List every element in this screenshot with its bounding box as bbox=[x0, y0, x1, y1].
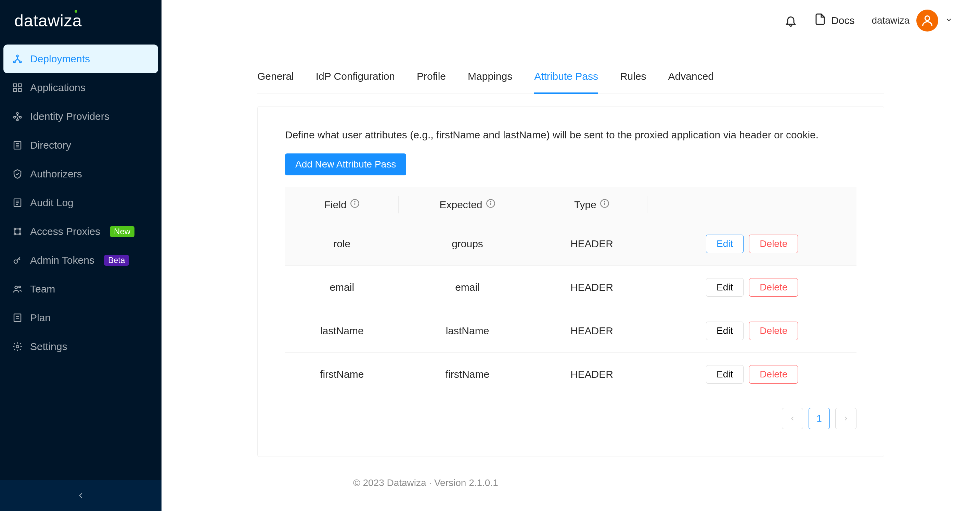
pagination: 1 bbox=[285, 408, 856, 429]
delete-button[interactable]: Delete bbox=[749, 235, 798, 253]
edit-button[interactable]: Edit bbox=[706, 235, 743, 253]
sidebar-item-deployments[interactable]: Deployments bbox=[3, 45, 158, 73]
notifications-button[interactable] bbox=[784, 14, 797, 27]
cell-type: HEADER bbox=[536, 353, 648, 396]
content: General IdP Configuration Profile Mappin… bbox=[162, 41, 980, 511]
sidebar-item-label: Settings bbox=[30, 341, 67, 353]
sidebar-item-directory[interactable]: Directory bbox=[3, 131, 158, 160]
svg-point-10 bbox=[19, 117, 21, 118]
applications-icon bbox=[12, 83, 22, 93]
sidebar-item-access-proxies[interactable]: Access Proxies New bbox=[3, 217, 158, 246]
tab-mappings[interactable]: Mappings bbox=[468, 60, 512, 94]
column-type: Type bbox=[536, 187, 648, 222]
sidebar-item-audit-log[interactable]: Audit Log bbox=[3, 188, 158, 217]
sidebar-menu: Deployments Applications Identity Provid… bbox=[0, 41, 162, 480]
sidebar-item-admin-tokens[interactable]: Admin Tokens Beta bbox=[3, 246, 158, 275]
svg-point-23 bbox=[19, 233, 21, 235]
card-description: Define what user attributes (e.g., first… bbox=[285, 127, 856, 142]
info-icon[interactable] bbox=[350, 199, 360, 211]
info-icon[interactable] bbox=[600, 199, 609, 211]
sidebar-item-label: Applications bbox=[30, 82, 86, 94]
delete-button[interactable]: Delete bbox=[749, 278, 798, 297]
chevron-right-icon bbox=[842, 415, 849, 422]
sidebar: datawiza Deployments Applications bbox=[0, 0, 162, 511]
brand-name: datawiza bbox=[14, 11, 82, 30]
avatar bbox=[916, 10, 938, 32]
access-proxies-icon bbox=[12, 227, 22, 237]
docs-link[interactable]: Docs bbox=[814, 13, 854, 28]
table-row: email email HEADER Edit Delete bbox=[285, 266, 856, 309]
team-icon bbox=[12, 284, 22, 294]
svg-point-26 bbox=[19, 286, 21, 288]
brand-logo: datawiza bbox=[0, 0, 162, 41]
svg-point-2 bbox=[14, 61, 15, 63]
tab-general[interactable]: General bbox=[257, 60, 294, 94]
cell-expected: email bbox=[399, 266, 536, 309]
chevron-down-icon bbox=[945, 15, 953, 26]
tab-attribute-pass[interactable]: Attribute Pass bbox=[534, 60, 598, 94]
sidebar-collapse-button[interactable] bbox=[0, 480, 162, 511]
tabs: General IdP Configuration Profile Mappin… bbox=[257, 60, 884, 94]
pagination-page-1[interactable]: 1 bbox=[808, 408, 830, 429]
svg-rect-7 bbox=[19, 89, 22, 92]
admin-tokens-icon bbox=[12, 255, 22, 265]
chevron-left-icon bbox=[789, 415, 796, 422]
svg-point-40 bbox=[604, 201, 605, 202]
sidebar-item-label: Access Proxies bbox=[30, 226, 100, 237]
pagination-next[interactable] bbox=[835, 408, 856, 429]
svg-rect-5 bbox=[19, 84, 22, 87]
sidebar-item-label: Team bbox=[30, 283, 55, 295]
sidebar-item-label: Admin Tokens bbox=[30, 254, 94, 266]
main-area: Docs datawiza General IdP Configuration … bbox=[162, 0, 980, 511]
add-attribute-pass-button[interactable]: Add New Attribute Pass bbox=[285, 153, 406, 176]
username-label: datawiza bbox=[872, 15, 910, 26]
authorizers-icon bbox=[12, 169, 22, 179]
info-icon[interactable] bbox=[486, 199, 495, 211]
tab-rules[interactable]: Rules bbox=[620, 60, 646, 94]
tab-advanced[interactable]: Advanced bbox=[668, 60, 714, 94]
cell-field: role bbox=[285, 222, 399, 266]
sidebar-item-label: Plan bbox=[30, 312, 51, 324]
sidebar-item-label: Audit Log bbox=[30, 197, 73, 209]
sidebar-item-label: Authorizers bbox=[30, 168, 82, 180]
deployment-icon bbox=[12, 54, 22, 64]
svg-point-8 bbox=[17, 113, 19, 114]
svg-point-31 bbox=[925, 16, 929, 20]
bell-icon bbox=[784, 14, 797, 27]
svg-point-3 bbox=[19, 61, 21, 63]
delete-button[interactable]: Delete bbox=[749, 322, 798, 340]
svg-point-11 bbox=[17, 119, 19, 121]
attribute-pass-table: Field Expected bbox=[285, 187, 856, 396]
sidebar-item-applications[interactable]: Applications bbox=[3, 73, 158, 102]
sidebar-item-plan[interactable]: Plan bbox=[3, 303, 158, 332]
beta-badge: Beta bbox=[104, 255, 129, 266]
tab-idp-configuration[interactable]: IdP Configuration bbox=[316, 60, 395, 94]
column-expected: Expected bbox=[399, 187, 536, 222]
identity-providers-icon bbox=[12, 111, 22, 121]
svg-point-34 bbox=[355, 201, 355, 202]
edit-button[interactable]: Edit bbox=[706, 322, 743, 340]
svg-rect-6 bbox=[14, 89, 17, 92]
pagination-prev[interactable] bbox=[782, 408, 803, 429]
sidebar-item-team[interactable]: Team bbox=[3, 275, 158, 303]
chevron-left-icon bbox=[76, 491, 85, 500]
cell-field: email bbox=[285, 266, 399, 309]
cell-type: HEADER bbox=[536, 309, 648, 353]
docs-icon bbox=[814, 13, 826, 28]
cell-expected: lastName bbox=[399, 309, 536, 353]
sidebar-item-label: Identity Providers bbox=[30, 111, 110, 122]
edit-button[interactable]: Edit bbox=[706, 278, 743, 297]
plan-icon bbox=[12, 313, 22, 323]
svg-point-20 bbox=[14, 228, 16, 230]
user-menu[interactable]: datawiza bbox=[872, 10, 953, 32]
tab-profile[interactable]: Profile bbox=[417, 60, 446, 94]
sidebar-item-label: Directory bbox=[30, 139, 71, 151]
table-row: lastName lastName HEADER Edit Delete bbox=[285, 309, 856, 353]
header: Docs datawiza bbox=[162, 0, 980, 41]
audit-log-icon bbox=[12, 198, 22, 208]
edit-button[interactable]: Edit bbox=[706, 365, 743, 383]
sidebar-item-identity-providers[interactable]: Identity Providers bbox=[3, 102, 158, 131]
sidebar-item-settings[interactable]: Settings bbox=[3, 332, 158, 361]
sidebar-item-authorizers[interactable]: Authorizers bbox=[3, 160, 158, 188]
delete-button[interactable]: Delete bbox=[749, 365, 798, 383]
